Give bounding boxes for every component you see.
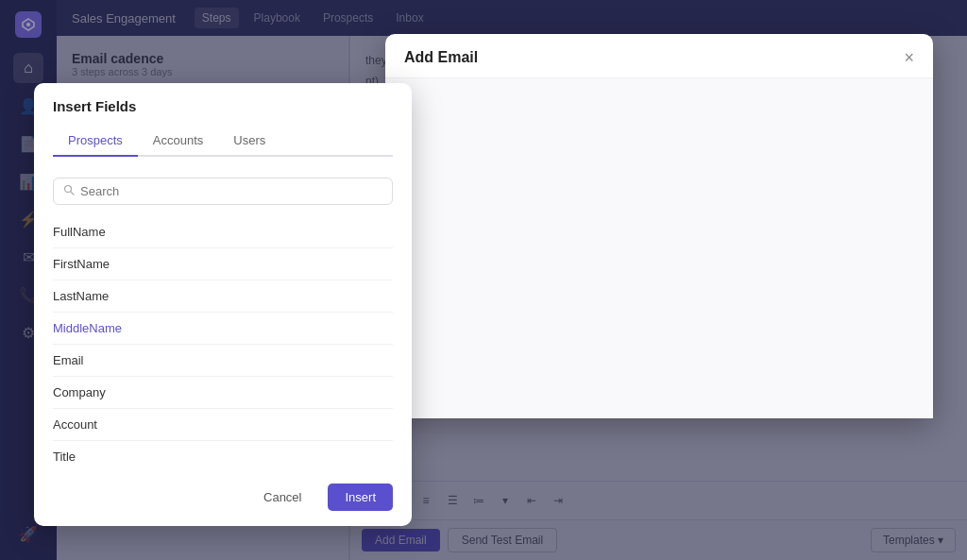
field-middlename[interactable]: MiddleName: [53, 313, 393, 345]
search-box: [53, 178, 393, 205]
modal-body: [385, 78, 933, 418]
close-icon[interactable]: ×: [904, 49, 914, 66]
svg-line-3: [71, 192, 74, 195]
field-title[interactable]: Title: [53, 441, 393, 472]
insert-fields-header: Insert Fields Prospects Accounts Users: [34, 83, 412, 166]
field-firstname[interactable]: FirstName: [53, 248, 393, 280]
tab-users[interactable]: Users: [218, 126, 280, 157]
field-email[interactable]: Email: [53, 345, 393, 377]
insert-fields-title: Insert Fields: [53, 98, 393, 114]
field-list: FullName FirstName LastName MiddleName E…: [34, 216, 412, 472]
field-lastname[interactable]: LastName: [53, 280, 393, 313]
modal-title: Add Email: [404, 49, 478, 66]
search-container: [34, 166, 412, 216]
tab-accounts[interactable]: Accounts: [138, 126, 218, 157]
popup-footer: Cancel Insert: [34, 472, 412, 511]
field-fullname[interactable]: FullName: [53, 216, 393, 248]
search-input[interactable]: [80, 184, 382, 198]
modal-header: Add Email ×: [385, 34, 933, 78]
add-email-modal: Add Email ×: [385, 34, 933, 418]
insert-fields-popup: Insert Fields Prospects Accounts Users F…: [34, 83, 412, 526]
search-icon: [63, 184, 75, 198]
field-company[interactable]: Company: [53, 377, 393, 409]
field-account[interactable]: Account: [53, 409, 393, 441]
tab-prospects[interactable]: Prospects: [53, 126, 138, 157]
insert-fields-tabs: Prospects Accounts Users: [53, 126, 393, 157]
cancel-button[interactable]: Cancel: [246, 484, 318, 511]
insert-button[interactable]: Insert: [328, 484, 393, 511]
